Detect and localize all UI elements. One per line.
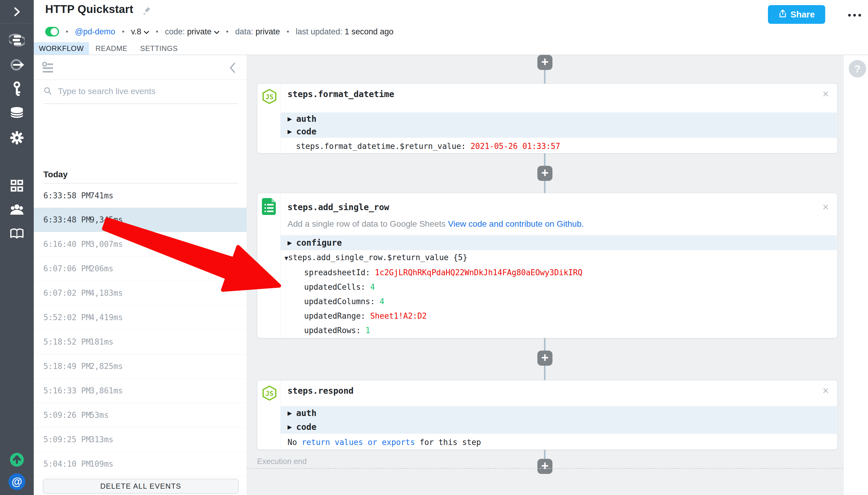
google-sheets-icon [262, 198, 277, 216]
deploy-toggle[interactable] [45, 27, 59, 36]
sidebar-item-settings[interactable] [0, 130, 34, 147]
help-button[interactable]: ? [849, 60, 866, 78]
event-list-item[interactable]: 6:07:02 PM 4,183ms [34, 281, 246, 305]
page-title: HTTP Quickstart [45, 3, 133, 16]
add-step-button[interactable]: + [537, 166, 553, 181]
version-dropdown[interactable]: v.8 [131, 27, 149, 36]
section-code[interactable]: ▶ code [280, 125, 837, 138]
event-duration: 3,007ms [90, 240, 123, 249]
add-step-button[interactable]: + [537, 351, 553, 366]
sidebar-item-apps[interactable] [0, 178, 34, 195]
event-time: 5:09:26 PM [44, 411, 91, 420]
tab-workflow[interactable]: WORKFLOW [34, 42, 89, 54]
event-duration: 3,861ms [90, 386, 123, 395]
event-list-item[interactable]: 6:33:58 PM 741ms [34, 184, 246, 208]
workflow-meta-row: • @pd-demo • v.8 • code: private • data:… [45, 27, 394, 37]
share-icon [779, 9, 787, 20]
filter-events-icon[interactable] [42, 62, 54, 75]
return-value: 1c2GjLRQhRKqPdaHQ22WnDkJh14FAg80aEOwy3Di… [375, 268, 583, 277]
data-visibility: data: private [235, 27, 280, 36]
tab-readme[interactable]: README [89, 42, 134, 54]
database-icon [10, 107, 24, 121]
step-description: Add a single row of data to Google Sheet… [288, 219, 584, 229]
nodejs-icon: JS [262, 385, 277, 402]
sidebar-item-event-sources[interactable] [0, 57, 34, 73]
sidebar-divider [0, 23, 34, 23]
return-value-header[interactable]: ▼steps.add_single_row.$return_value {5} [284, 253, 467, 262]
event-time: 6:07:06 PM [44, 264, 91, 273]
more-options-button[interactable] [844, 9, 865, 21]
event-duration: 109ms [90, 459, 113, 468]
events-panel-toolbar [34, 55, 246, 80]
close-step-icon[interactable]: × [822, 202, 829, 212]
github-link[interactable]: View code and contribute on Github. [448, 219, 584, 228]
event-list-item[interactable]: 5:18:52 PM 181ms [34, 329, 246, 354]
chevron-down-icon [144, 27, 149, 36]
sidebar-item-docs[interactable] [0, 227, 34, 242]
code-visibility-dropdown[interactable]: code: private [165, 27, 220, 36]
add-step-button[interactable]: + [537, 459, 553, 474]
sidebar-item-keys[interactable] [0, 81, 34, 98]
disclosure-triangle-icon: ▶ [288, 239, 292, 246]
chevron-down-icon [214, 27, 220, 36]
event-time: 5:18:52 PM [44, 337, 91, 346]
event-time: 6:33:58 PM [44, 191, 91, 200]
event-list-item[interactable]: 5:18:49 PM 2,825ms [34, 354, 246, 378]
step-card-add-single-row[interactable]: steps.add_single_row × Add a single row … [257, 193, 837, 338]
sidebar-support-button[interactable]: @ [0, 473, 34, 491]
event-list-item[interactable]: 6:16:40 PM 3,007ms [34, 232, 246, 256]
close-step-icon[interactable]: × [822, 385, 829, 396]
event-duration: 4,419ms [90, 313, 123, 322]
add-step-button[interactable]: + [537, 55, 553, 70]
event-list-item[interactable]: 6:33:48 PM 9,345ms [34, 208, 246, 232]
event-duration: 9,345ms [90, 215, 123, 224]
sidebar-expand-button[interactable] [0, 5, 34, 20]
disclosure-triangle-icon: ▶ [288, 128, 292, 135]
step-title: steps.respond [288, 386, 353, 396]
event-duration: 181ms [90, 337, 113, 346]
close-step-icon[interactable]: × [822, 89, 829, 100]
edit-title-pencil-icon[interactable] [142, 7, 151, 17]
section-configure[interactable]: ▶ configure [280, 235, 837, 250]
section-code[interactable]: ▶ code [280, 420, 837, 434]
share-button[interactable]: Share [768, 5, 825, 24]
disclosure-triangle-icon: ▶ [288, 424, 292, 430]
return-value: 2021-05-26 01:33:57 [470, 142, 560, 151]
step-sections: ▶ auth ▶ code [280, 406, 837, 434]
step-sections: ▶ auth ▶ code [280, 113, 837, 138]
sidebar-item-data-stores[interactable] [0, 106, 34, 121]
event-list-item[interactable]: 5:52:02 PM 4,419ms [34, 305, 246, 329]
collapse-panel-icon[interactable] [229, 63, 236, 74]
step-card-format-datetime[interactable]: JS steps.format_datetime × ▶ auth ▶ code… [257, 84, 837, 153]
search-input[interactable] [57, 86, 238, 97]
sidebar-upgrade-button[interactable] [0, 453, 34, 468]
step-title: steps.add_single_row [288, 202, 389, 212]
execution-end-line [246, 468, 843, 469]
workflows-icon [9, 33, 25, 49]
search-row [44, 85, 238, 104]
section-auth[interactable]: ▶ auth [280, 406, 837, 420]
owner-link[interactable]: @pd-demo [75, 27, 115, 36]
sidebar-item-community[interactable] [0, 203, 34, 218]
return-values-link[interactable]: return values or exports [302, 438, 415, 447]
section-auth[interactable]: ▶ auth [280, 113, 837, 125]
event-duration: 313ms [90, 435, 113, 444]
delete-all-events-button[interactable]: DELETE ALL EVENTS [43, 479, 239, 494]
tab-settings[interactable]: SETTINGS [134, 42, 184, 54]
step-card-respond[interactable]: JS steps.respond × ▶ auth ▶ code No retu… [257, 380, 837, 450]
sidebar-item-workflows[interactable] [0, 33, 34, 49]
workflow-canvas: + + + + JS steps.format_datetime × ▶ aut… [246, 55, 843, 495]
event-list-item[interactable]: 6:07:06 PM 206ms [34, 256, 246, 281]
event-list-item[interactable]: 5:04:10 PM 109ms [34, 451, 246, 476]
last-updated: last updated: 1 second ago [296, 27, 393, 36]
return-value: 1 [366, 326, 370, 335]
event-list-item[interactable]: 5:09:25 PM 313ms [34, 427, 246, 451]
event-list-item[interactable]: 5:09:26 PM 53ms [34, 403, 246, 427]
return-value: 4 [370, 283, 375, 291]
toggle-knob [51, 28, 58, 35]
disclosure-triangle-down-icon: ▼ [284, 254, 288, 262]
svg-text:JS: JS [265, 390, 274, 397]
event-list-item[interactable]: 5:16:33 PM 3,861ms [34, 378, 246, 403]
event-duration: 2,825ms [90, 362, 123, 371]
header: HTTP Quickstart • @pd-demo • v.8 • code:… [34, 0, 868, 42]
